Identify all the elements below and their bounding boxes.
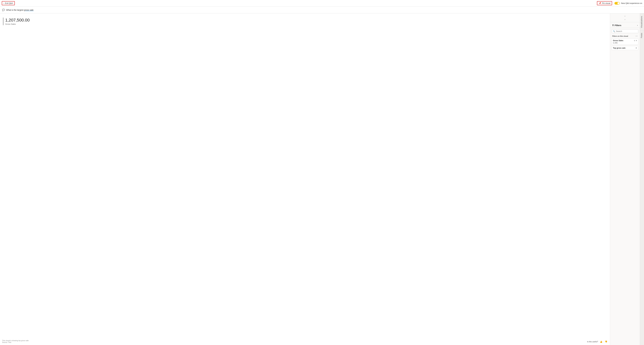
qna-text[interactable]: What is the largest gross sale xyxy=(6,9,642,11)
filter-eraser-icon[interactable]: ✕ xyxy=(636,40,637,42)
footer-line1: This visual is showing top gross sale xyxy=(2,340,29,342)
top-right-controls: 📌 Pin visual New Q&A experience on xyxy=(597,1,642,5)
filter-chevron-down-icon[interactable]: ∨ xyxy=(634,40,635,42)
filter-card-header: Gross Sales ∨ ✕ xyxy=(613,39,637,42)
filter-search-box[interactable]: 🔍 xyxy=(612,29,638,33)
filters-on-visual-text: Filters on this visual xyxy=(612,35,628,37)
canvas-footer: This visual is showing top gross sale So… xyxy=(2,340,29,343)
filters-panel: ‹ › ⊽ Filters › 🔍 Filters on this visual… xyxy=(610,13,640,345)
value-label: Gross Sales xyxy=(5,23,607,25)
tab-visualizations[interactable]: Visualizations xyxy=(640,13,644,30)
filter-funnel-icon: ⊽ xyxy=(612,24,614,26)
feedback-label: Is this useful? xyxy=(587,341,598,343)
exit-qna-button[interactable]: ‹ Exit Q&A xyxy=(2,1,15,5)
thumbs-up-button[interactable]: 👍 xyxy=(599,340,603,343)
filters-title: Filters xyxy=(614,24,621,26)
tab-fields[interactable]: Fields xyxy=(640,30,644,40)
value-number: 1,207,500.00 xyxy=(5,17,607,23)
qna-underlined-text: gross sale xyxy=(24,9,34,11)
gross-sales-filter-value: is (All) xyxy=(613,42,637,44)
filters-title-group: ⊽ Filters xyxy=(612,24,621,26)
gross-sales-filter-card: Gross Sales ∨ ✕ is (All) xyxy=(612,38,638,45)
back-arrow-icon: ‹ xyxy=(4,2,4,4)
filters-on-visual-label: Filters on this visual ··· xyxy=(610,34,640,38)
canvas: 1,207,500.00 Gross Sales This visual is … xyxy=(0,13,610,345)
filters-options-dots[interactable]: ··· xyxy=(636,35,638,37)
top-gross-sale-label: Top gross sale xyxy=(613,47,626,49)
toggle-row: New Q&A experience on xyxy=(614,2,642,5)
pin-icon: 📌 xyxy=(599,2,601,4)
chat-icon: 💬 xyxy=(2,9,5,11)
toggle-label: New Q&A experience on xyxy=(621,2,642,4)
exit-qna-label: Exit Q&A xyxy=(5,2,13,4)
search-icon: 🔍 xyxy=(613,30,615,32)
qna-input-bar: 💬 What is the largest gross sale xyxy=(0,6,644,13)
qna-query-text: What is the largest xyxy=(6,9,24,11)
filter-search-input[interactable] xyxy=(616,30,637,32)
top-gross-sale-filter-card: Top gross sale ✕ xyxy=(612,46,638,50)
filter-close-icon[interactable]: ✕ xyxy=(636,47,637,49)
main-area: 1,207,500.00 Gross Sales This visual is … xyxy=(0,13,644,345)
gross-sales-filter-name: Gross Sales xyxy=(613,39,623,42)
filter-card-icons: ∨ ✕ xyxy=(634,40,637,42)
top-bar: ‹ Exit Q&A 📌 Pin visual New Q&A experien… xyxy=(0,0,644,6)
footer-line2: Source: Test xyxy=(2,342,29,343)
feedback-row: Is this useful? 👍 👎 xyxy=(587,340,608,343)
thumbs-down-button[interactable]: 👎 xyxy=(604,340,608,343)
value-display: 1,207,500.00 Gross Sales xyxy=(3,17,607,25)
new-experience-toggle[interactable] xyxy=(614,2,620,5)
collapse-right-button[interactable]: › xyxy=(624,18,626,21)
pin-visual-button[interactable]: 📌 Pin visual xyxy=(597,1,612,5)
collapse-arrows: ‹ › xyxy=(610,13,640,22)
filters-header: ⊽ Filters › xyxy=(610,22,640,28)
collapse-left-button[interactable]: ‹ xyxy=(624,14,626,18)
filters-chevron-icon[interactable]: › xyxy=(637,24,638,26)
side-tabs: Visualizations Fields xyxy=(640,13,644,345)
pin-visual-label: Pin visual xyxy=(602,2,610,4)
